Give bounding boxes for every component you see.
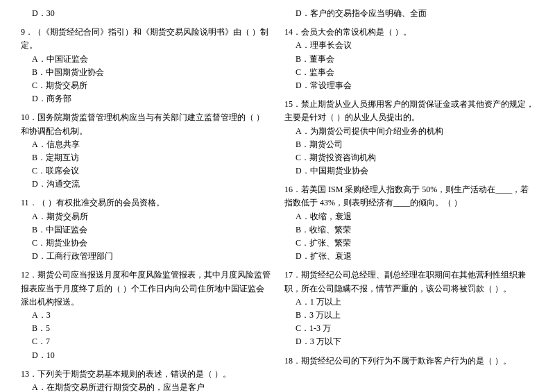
q14-text: 14．会员大会的常设机构是（ ）。 <box>284 26 534 39</box>
q11-block: 11．（ ）有权批准交易所的会员资格。 A．期货交易所 B．中国证监会 C．期货… <box>21 196 271 263</box>
q14-opt-a: A．理事长会议 <box>284 39 534 52</box>
q16-opt-c: C．扩张、繁荣 <box>284 237 534 250</box>
q15-opt-d: D．中国期货业协会 <box>284 164 534 178</box>
q10-opt-c: C．联席会议 <box>21 164 271 178</box>
q12-block: 12．期货公司应当报送月度和年度风险监管报表，其中月度风险监管报表应当于月度终了… <box>21 269 271 361</box>
q18-text: 18．期货经纪公司的下列行为不属于欺诈客户行为的是（ ）。 <box>284 355 534 368</box>
q10-opt-d: D．沟通交流 <box>21 178 271 191</box>
q17-opt-c: C．1-3 万 <box>284 322 534 335</box>
page-content: D．30 9．（《期货经纪合同》指引）和《期货交易风险说明书》由（ ）制定。 A… <box>21 7 534 392</box>
q10-opt-a: A．信息共享 <box>21 138 271 151</box>
q-d-right-block: D．客户的交易指令应当明确、全面 <box>284 7 534 20</box>
q12-opt-a: A．3 <box>21 309 271 322</box>
q11-text: 11．（ ）有权批准交易所的会员资格。 <box>21 196 271 210</box>
q13-text: 13．下列关于期货交易基本规则的表述，错误的是（ ）。 <box>21 368 271 381</box>
q10-opt-b: B．定期互访 <box>21 151 271 164</box>
right-column: D．客户的交易指令应当明确、全面 14．会员大会的常设机构是（ ）。 A．理事长… <box>284 7 534 392</box>
q12-opt-b: B．5 <box>21 322 271 335</box>
q17-block: 17．期货经纪公司总经理、副总经理在职期间在其他营利性组织兼职，所在公司隐瞒不报… <box>284 269 534 348</box>
q17-opt-d: D．3 万以下 <box>284 335 534 348</box>
q14-opt-d: D．常设理事会 <box>284 79 534 92</box>
q12-opt-d: D．10 <box>21 349 271 362</box>
left-column: D．30 9．（《期货经纪合同》指引）和《期货交易风险说明书》由（ ）制定。 A… <box>21 7 271 392</box>
q16-opt-d: D．扩张、衰退 <box>284 250 534 263</box>
q15-block: 15．禁止期货从业人员挪用客户的期货保证金或者其他资产的规定，主要是针对（ ）的… <box>284 98 534 178</box>
q13-block: 13．下列关于期货交易基本规则的表述，错误的是（ ）。 A．在期货交易所进行期货… <box>21 368 271 392</box>
q-d-right-text: D．客户的交易指令应当明确、全面 <box>284 7 534 20</box>
q9-opt-b: B．中国期货业协会 <box>21 66 271 79</box>
q12-opt-c: C．7 <box>21 335 271 348</box>
q15-opt-c: C．期货投资咨询机构 <box>284 151 534 164</box>
q9-opt-d: D．商务部 <box>21 92 271 105</box>
q11-opt-b: B．中国证监会 <box>21 223 271 237</box>
q10-text: 10．国务院期货监督管理机构应当与有关部门建立监督管理的（ ）和协调配合机制。 <box>21 111 271 137</box>
q14-block: 14．会员大会的常设机构是（ ）。 A．理事长会议 B．董事会 C．监事会 D．… <box>284 26 534 92</box>
q14-opt-c: C．监事会 <box>284 66 534 79</box>
q15-opt-a: A．为期货公司提供中间介绍业务的机构 <box>284 125 534 138</box>
q-d30-block: D．30 <box>21 7 271 20</box>
q9-text: 9．（《期货经纪合同》指引）和《期货交易风险说明书》由（ ）制定。 <box>21 26 271 52</box>
q15-opt-b: B．期货公司 <box>284 138 534 151</box>
q16-block: 16．若美国 ISM 采购经理人指数高于 50%，则生产活动在____，若指数低… <box>284 183 534 263</box>
q9-opt-a: A．中国证监会 <box>21 53 271 66</box>
q17-opt-b: B．3 万以上 <box>284 309 534 322</box>
q17-opt-a: A．1 万以上 <box>284 296 534 309</box>
q15-text: 15．禁止期货从业人员挪用客户的期货保证金或者其他资产的规定，主要是针对（ ）的… <box>284 98 534 124</box>
q13-opt-a: A．在期货交易所进行期货交易的，应当是客户 <box>21 381 271 392</box>
q17-text: 17．期货经纪公司总经理、副总经理在职期间在其他营利性组织兼职，所在公司隐瞒不报… <box>284 269 534 295</box>
q16-opt-a: A．收缩，衰退 <box>284 210 534 223</box>
q9-opt-c: C．期货交易所 <box>21 79 271 92</box>
q11-opt-c: C．期货业协会 <box>21 237 271 250</box>
q11-opt-a: A．期货交易所 <box>21 210 271 223</box>
q16-opt-b: B．收缩、繁荣 <box>284 223 534 237</box>
q9-block: 9．（《期货经纪合同》指引）和《期货交易风险说明书》由（ ）制定。 A．中国证监… <box>21 26 271 105</box>
q11-opt-d: D．工商行政管理部门 <box>21 250 271 263</box>
q10-block: 10．国务院期货监督管理机构应当与有关部门建立监督管理的（ ）和协调配合机制。 … <box>21 111 271 191</box>
q12-text: 12．期货公司应当报送月度和年度风险监管报表，其中月度风险监管报表应当于月度终了… <box>21 269 271 309</box>
q16-text: 16．若美国 ISM 采购经理人指数高于 50%，则生产活动在____，若指数低… <box>284 183 534 210</box>
q14-opt-b: B．董事会 <box>284 53 534 66</box>
q-d30-text: D．30 <box>21 7 271 20</box>
q18-block: 18．期货经纪公司的下列行为不属于欺诈客户行为的是（ ）。 <box>284 355 534 368</box>
